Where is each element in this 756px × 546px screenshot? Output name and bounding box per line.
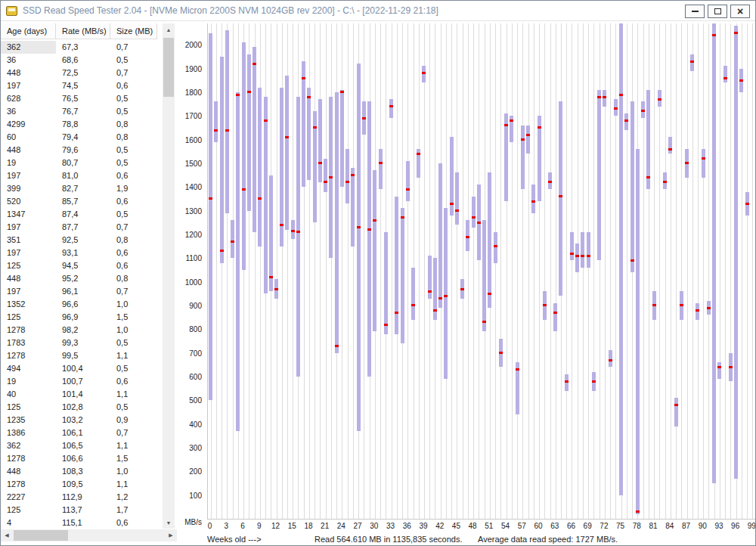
- table-cell: 60: [1, 131, 56, 144]
- avg-speed-marker: [455, 209, 459, 212]
- table-row[interactable]: 62876,50,5: [1, 92, 157, 105]
- x-tick-label: 45: [452, 522, 460, 530]
- gridline: [380, 23, 381, 519]
- table-row[interactable]: 35192,50,8: [1, 234, 157, 247]
- table-cell: 76,5: [56, 92, 110, 105]
- table-row[interactable]: 448108,31,0: [1, 465, 157, 478]
- maximize-icon: [714, 8, 721, 14]
- gridline: [742, 23, 742, 519]
- speed-range-bar: [646, 90, 650, 190]
- column-header-size[interactable]: Size (MB): [110, 23, 157, 39]
- status-bar: Weeks old ---> Read 564.610 MB in 1135,8…: [207, 535, 755, 546]
- y-axis-labels: 2000190018001700160015001400130012001100…: [177, 23, 204, 520]
- table-row[interactable]: 36267,30,7: [1, 41, 157, 54]
- gridline: [687, 23, 688, 519]
- gridline: [730, 23, 731, 519]
- avg-speed-marker: [494, 245, 497, 247]
- vertical-scrollbar[interactable]: ▲ ▼: [163, 23, 175, 529]
- table-cell: 80,7: [56, 157, 110, 169]
- table-row[interactable]: 127899,51,1: [1, 349, 157, 362]
- speed-range-bar: [636, 149, 640, 514]
- table-row[interactable]: 362106,51,1: [1, 439, 157, 452]
- close-button[interactable]: ×: [730, 5, 750, 18]
- avg-speed-marker: [592, 380, 596, 383]
- horizontal-scrollbar-thumb[interactable]: [14, 530, 68, 541]
- table-row[interactable]: 52085,70,6: [1, 195, 157, 208]
- table-cell: 78,8: [56, 118, 110, 131]
- gridline: [643, 23, 644, 519]
- avg-speed-marker: [477, 222, 481, 224]
- speed-range-bar: [575, 244, 579, 272]
- table-row[interactable]: 6079,40,8: [1, 131, 157, 144]
- table-cell: 1352: [1, 298, 56, 311]
- table-row[interactable]: 12596,91,5: [1, 311, 157, 324]
- column-header-age[interactable]: Age (days): [1, 23, 56, 39]
- table-cell: 0,5: [110, 208, 157, 221]
- window-title: SSD Read Speed Tester 2.04 - [NVMe Micro…: [23, 5, 438, 16]
- table-row[interactable]: 40101,41,1: [1, 388, 157, 401]
- table-cell: 106,1: [56, 427, 110, 439]
- y-tick-label: 100: [189, 492, 202, 500]
- avg-speed-marker: [734, 32, 738, 34]
- table-row[interactable]: 1278106,61,5: [1, 452, 157, 465]
- x-tick-label: 42: [435, 522, 444, 530]
- horizontal-scrollbar[interactable]: ◀ ▶: [1, 529, 177, 541]
- title-bar[interactable]: SSD Read Speed Tester 2.04 - [NVMe Micro…: [1, 1, 755, 21]
- table-row[interactable]: 19796,10,7: [1, 285, 157, 298]
- table-row[interactable]: 178399,30,5: [1, 337, 157, 349]
- table-row[interactable]: 19100,70,6: [1, 375, 157, 388]
- avg-speed-marker: [707, 307, 711, 309]
- table-cell: 87,7: [56, 221, 110, 234]
- table-row[interactable]: 19781,00,6: [1, 169, 157, 182]
- scroll-left-icon[interactable]: ◀: [1, 529, 13, 541]
- table-row[interactable]: 4115,10,6: [1, 517, 157, 529]
- table-row[interactable]: 135296,61,0: [1, 298, 157, 311]
- table-row[interactable]: 429978,80,8: [1, 118, 157, 131]
- maximize-button[interactable]: [708, 5, 727, 18]
- speed-range-bar: [258, 88, 262, 247]
- table-row[interactable]: 2227112,91,2: [1, 491, 157, 504]
- table-row[interactable]: 19774,50,6: [1, 79, 157, 92]
- table-cell: 40: [1, 388, 56, 401]
- table-cell: 85,7: [56, 195, 110, 208]
- table-cell: 399: [1, 182, 56, 195]
- avg-speed-marker: [516, 368, 519, 371]
- table-row[interactable]: 19787,70,7: [1, 221, 157, 234]
- y-tick-label: 600: [189, 373, 202, 381]
- table-row[interactable]: 134787,40,5: [1, 208, 157, 221]
- scroll-up-icon[interactable]: ▲: [163, 23, 175, 36]
- vertical-scrollbar-thumb[interactable]: [163, 38, 174, 97]
- gridline: [610, 23, 611, 519]
- table-row[interactable]: 12594,50,6: [1, 259, 157, 272]
- column-header-rate[interactable]: Rate (MB/s): [56, 23, 110, 39]
- gridline: [392, 23, 392, 519]
- table-row[interactable]: 1235103,20,9: [1, 414, 157, 427]
- chart-panel: 2000190018001700160015001400130012001100…: [177, 22, 755, 545]
- table-row[interactable]: 1980,70,5: [1, 157, 157, 169]
- table-row[interactable]: 125113,71,7: [1, 504, 157, 517]
- table-row[interactable]: 3676,70,5: [1, 105, 157, 118]
- table-cell: 197: [1, 221, 56, 234]
- table-row[interactable]: 19793,10,6: [1, 247, 157, 259]
- table-row[interactable]: 44895,20,8: [1, 272, 157, 285]
- gridline: [473, 23, 474, 519]
- table-row[interactable]: 1278109,51,1: [1, 478, 157, 491]
- avg-speed-marker: [685, 162, 689, 164]
- scroll-down-icon[interactable]: ▼: [163, 517, 175, 529]
- speed-range-bar: [422, 66, 426, 82]
- avg-speed-marker: [624, 119, 628, 122]
- table-row[interactable]: 127898,21,0: [1, 324, 157, 337]
- table-row[interactable]: 44879,60,5: [1, 144, 157, 157]
- gridline: [424, 23, 425, 519]
- minimize-button[interactable]: [685, 5, 705, 18]
- table-row[interactable]: 44872,50,7: [1, 67, 157, 79]
- table-row[interactable]: 1386106,10,7: [1, 427, 157, 439]
- y-tick-label: 1700: [185, 112, 202, 120]
- speed-range-bar: [379, 149, 383, 189]
- table-row[interactable]: 494100,40,5: [1, 362, 157, 375]
- table-row[interactable]: 3668,60,5: [1, 54, 157, 67]
- x-tick-label: 81: [649, 522, 657, 530]
- scroll-right-icon[interactable]: ▶: [165, 529, 177, 541]
- table-row[interactable]: 125102,80,5: [1, 401, 157, 414]
- table-row[interactable]: 39982,71,9: [1, 182, 157, 195]
